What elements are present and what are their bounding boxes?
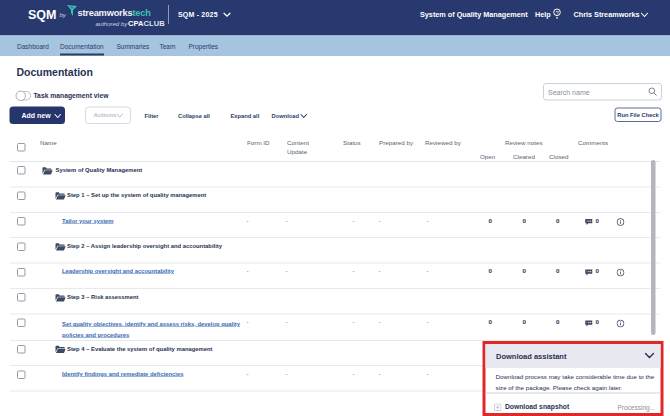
svg-text:?: ?	[555, 10, 558, 16]
